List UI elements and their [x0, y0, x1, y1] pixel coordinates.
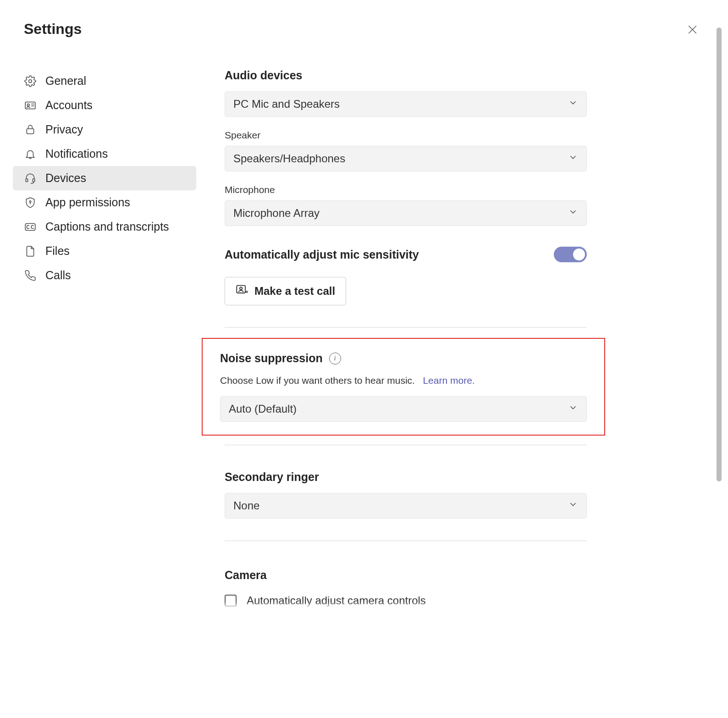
select-value: Microphone Array: [233, 207, 320, 220]
gear-icon: [24, 75, 37, 88]
page-title: Settings: [24, 21, 82, 38]
sidebar-item-label: Privacy: [45, 123, 83, 136]
chevron-down-icon: [568, 152, 578, 165]
close-icon: [687, 24, 698, 37]
speaker-select[interactable]: Speakers/Headphones: [225, 146, 587, 171]
svg-point-9: [240, 287, 242, 289]
sidebar-item-accounts[interactable]: Accounts: [13, 93, 196, 117]
auto-mic-label: Automatically adjust mic sensitivity: [225, 248, 419, 261]
speaker-label: Speaker: [225, 130, 587, 141]
main-content: Audio devices PC Mic and Speakers Speake…: [225, 69, 587, 608]
select-value: Speakers/Headphones: [233, 152, 345, 165]
sidebar-item-general[interactable]: General: [13, 69, 196, 93]
phone-icon: [24, 269, 37, 282]
sidebar-item-privacy[interactable]: Privacy: [13, 117, 196, 142]
select-value: Auto (Default): [229, 403, 297, 415]
lock-icon: [24, 123, 37, 136]
audio-devices-select[interactable]: PC Mic and Speakers: [225, 91, 587, 117]
svg-point-2: [27, 104, 29, 106]
toggle-knob: [573, 249, 585, 260]
bell-icon: [24, 148, 37, 160]
file-icon: [24, 245, 37, 258]
auto-mic-toggle[interactable]: [554, 247, 587, 262]
learn-more-link[interactable]: Learn more.: [423, 375, 474, 386]
sidebar-item-files[interactable]: Files: [13, 239, 196, 263]
select-value: PC Mic and Speakers: [233, 98, 340, 110]
noise-suppression-highlight: Noise suppression i Choose Low if you wa…: [202, 338, 605, 436]
scrollbar-thumb[interactable]: [717, 28, 722, 481]
sidebar-item-app-permissions[interactable]: App permissions: [13, 190, 196, 215]
sidebar-item-notifications[interactable]: Notifications: [13, 142, 196, 166]
info-icon[interactable]: i: [329, 353, 341, 365]
sidebar-item-label: App permissions: [45, 196, 130, 209]
settings-sidebar: General Accounts Privacy Notifications D…: [13, 69, 196, 287]
sidebar-item-label: Calls: [45, 269, 71, 282]
cc-icon: [24, 221, 37, 233]
select-value: None: [233, 499, 259, 512]
sidebar-item-label: General: [45, 74, 86, 88]
auto-camera-label: Automatically adjust camera controls: [247, 594, 426, 607]
make-test-call-button[interactable]: Make a test call: [225, 277, 346, 305]
svg-rect-4: [26, 179, 28, 182]
microphone-label: Microphone: [225, 184, 587, 195]
chevron-down-icon: [568, 98, 578, 110]
person-call-icon: [236, 283, 248, 299]
noise-suppression-description: Choose Low if you want others to hear mu…: [220, 375, 587, 386]
chevron-down-icon: [568, 207, 578, 220]
svg-point-0: [29, 79, 32, 83]
secondary-ringer-label: Secondary ringer: [225, 470, 587, 484]
divider: [225, 541, 587, 541]
microphone-select[interactable]: Microphone Array: [225, 200, 587, 226]
sidebar-item-calls[interactable]: Calls: [13, 263, 196, 287]
noise-suppression-select[interactable]: Auto (Default): [220, 396, 587, 422]
chevron-down-icon: [568, 499, 578, 512]
sidebar-item-devices[interactable]: Devices: [13, 166, 196, 190]
secondary-ringer-select[interactable]: None: [225, 493, 587, 519]
sidebar-item-captions[interactable]: Captions and transcripts: [13, 215, 196, 239]
sidebar-item-label: Notifications: [45, 147, 108, 160]
sidebar-item-label: Files: [45, 244, 70, 258]
divider: [225, 445, 587, 445]
svg-rect-3: [27, 128, 33, 133]
divider: [225, 327, 587, 328]
camera-label: Camera: [225, 569, 587, 582]
button-label: Make a test call: [254, 285, 335, 298]
sidebar-item-label: Captions and transcripts: [45, 220, 169, 233]
sidebar-item-label: Devices: [45, 171, 86, 185]
svg-point-6: [29, 201, 31, 202]
sidebar-item-label: Accounts: [45, 99, 93, 112]
shield-key-icon: [24, 196, 37, 209]
auto-camera-checkbox[interactable]: [225, 595, 237, 607]
id-card-icon: [24, 99, 37, 112]
audio-devices-label: Audio devices: [225, 69, 587, 82]
headset-icon: [24, 172, 37, 185]
svg-rect-5: [33, 179, 34, 182]
noise-suppression-title: Noise suppression: [220, 352, 323, 365]
chevron-down-icon: [568, 403, 578, 415]
close-button[interactable]: [684, 22, 700, 39]
